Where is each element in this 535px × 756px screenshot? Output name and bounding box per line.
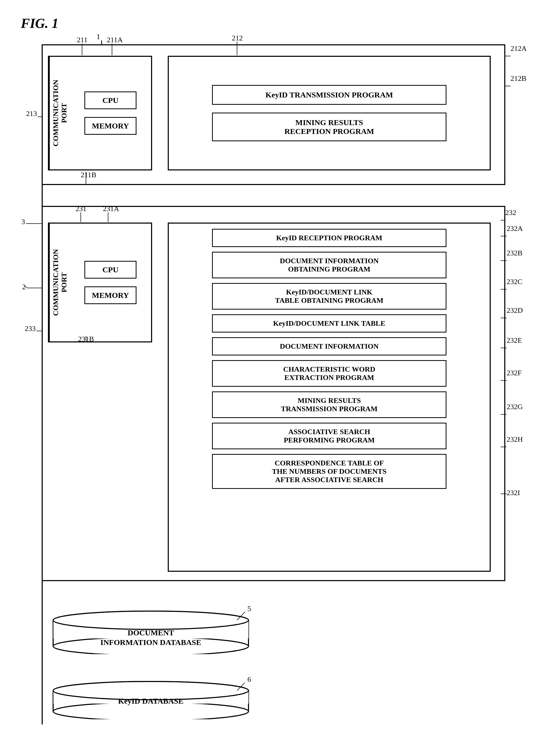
- ref-213: 213: [26, 109, 37, 118]
- device2-prog-g: MINING RESULTSTRANSMISSION PROGRAM: [212, 392, 446, 418]
- device2-outer-box: COMMUNICATIONPORT CPU MEMORY KeyID RECEP…: [42, 206, 505, 581]
- device2-prog-b: DOCUMENT INFORMATIONOBTAINING PROGRAM: [212, 252, 446, 278]
- svg-point-6: [53, 611, 248, 629]
- db2-container: KeyID DATABASE: [52, 678, 250, 720]
- device2-prog-e: DOCUMENT INFORMATION: [212, 337, 446, 356]
- ref-233: 233: [25, 324, 36, 333]
- page: FIG. 1 COMMUNICATIONPORT CPU MEMORY KeyI…: [0, 0, 535, 756]
- db2-svg: KeyID DATABASE: [52, 678, 250, 719]
- ref-212: 212: [232, 34, 243, 42]
- ref-232A: 232A: [507, 224, 523, 232]
- device2-cpu-box: CPU: [84, 261, 136, 278]
- device1-outer-box: COMMUNICATIONPORT CPU MEMORY KeyID TRANS…: [42, 44, 505, 185]
- ref-232E: 232E: [507, 336, 522, 344]
- device1-comm-box: COMMUNICATIONPORT CPU MEMORY: [48, 56, 152, 170]
- ref-232B: 232B: [507, 249, 522, 257]
- device1-cpu-memory-col: CPU MEMORY: [70, 57, 151, 169]
- ref-211A: 211A: [107, 36, 123, 44]
- ref-212B: 212B: [511, 74, 526, 82]
- device1-program1-box: KeyID TRANSMISSION PROGRAM: [212, 85, 446, 105]
- device2-comm-box: COMMUNICATIONPORT CPU MEMORY: [48, 222, 152, 342]
- ref-1: 1: [97, 32, 100, 41]
- svg-text:KeyID DATABASE: KeyID DATABASE: [118, 697, 183, 705]
- device2-memory-box: MEMORY: [84, 286, 136, 304]
- device2-comm-port-label: COMMUNICATIONPORT: [49, 223, 70, 341]
- ref-232F: 232F: [507, 369, 522, 377]
- ref-232D: 232D: [507, 306, 523, 314]
- device2-prog-a: KeyID RECEPTION PROGRAM: [212, 229, 446, 247]
- device1-programs-box: KeyID TRANSMISSION PROGRAM MINING RESULT…: [168, 56, 491, 170]
- device2-cpu-memory-col: CPU MEMORY: [70, 223, 151, 341]
- device1-cpu-box: CPU: [84, 92, 136, 109]
- ref-232G: 232G: [507, 403, 523, 411]
- db1-container: DOCUMENT INFORMATION DATABASE: [52, 607, 250, 655]
- ref-2: 2: [22, 283, 26, 291]
- device2-programs-box: KeyID RECEPTION PROGRAM DOCUMENT INFORMA…: [168, 222, 491, 572]
- svg-text:DOCUMENT: DOCUMENT: [127, 628, 174, 637]
- ref-232C: 232C: [507, 277, 522, 286]
- ref-232: 232: [505, 209, 516, 217]
- device2-prog-c: KeyID/DOCUMENT LINKTABLE OBTAINING PROGR…: [212, 283, 446, 309]
- ref-232I: 232I: [507, 489, 520, 497]
- device2-prog-f: CHARACTERISTIC WORDEXTRACTION PROGRAM: [212, 360, 446, 387]
- ref-211: 211: [77, 36, 88, 44]
- device2-prog-i: CORRESPONDENCE TABLE OFTHE NUMBERS OF DO…: [212, 454, 446, 489]
- device2-prog-d: KeyID/DOCUMENT LINK TABLE: [212, 314, 446, 333]
- ref-3: 3: [21, 218, 25, 226]
- svg-line-26: [25, 286, 27, 288]
- ref-232H: 232H: [507, 435, 523, 443]
- svg-text:INFORMATION DATABASE: INFORMATION DATABASE: [100, 638, 201, 647]
- fig-label: FIG. 1: [21, 15, 58, 31]
- device1-memory-box: MEMORY: [84, 117, 136, 135]
- db1-svg: DOCUMENT INFORMATION DATABASE: [52, 607, 250, 654]
- device1-comm-port-label: COMMUNICATIONPORT: [49, 57, 70, 169]
- ref-212A: 212A: [511, 44, 527, 52]
- device2-prog-h: ASSOCIATIVE SEARCHPERFORMING PROGRAM: [212, 423, 446, 449]
- device1-program2-box: MINING RESULTSRECEPTION PROGRAM: [212, 113, 446, 141]
